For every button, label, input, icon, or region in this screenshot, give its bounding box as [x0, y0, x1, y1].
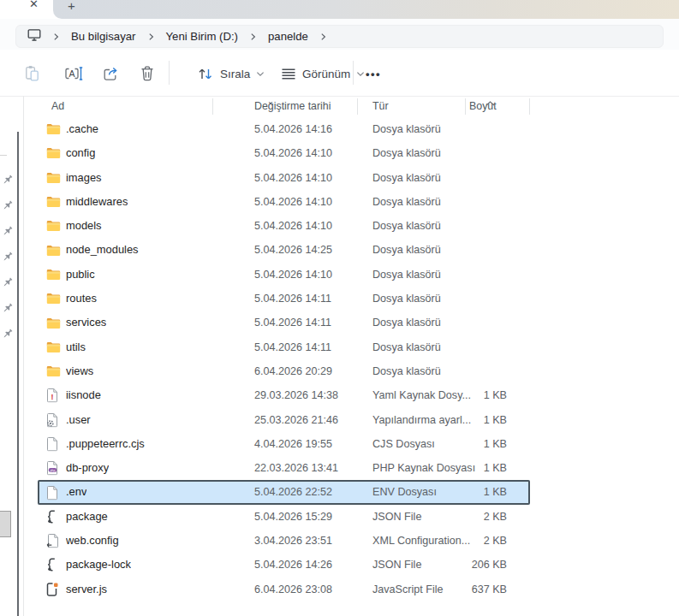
table-row[interactable]: routes 5.04.2026 14:11 Dosya klasörü	[38, 287, 530, 311]
file-name: server.js	[66, 578, 107, 601]
share-icon	[103, 66, 120, 82]
view-lines-icon	[281, 68, 296, 80]
file-type: Dosya klasörü	[372, 141, 441, 165]
php-doc-icon: php	[46, 461, 58, 476]
more-options-icon: •••	[366, 68, 381, 80]
sort-label: Sırala	[220, 68, 250, 80]
column-header-date[interactable]: Değiştirme tarihi	[254, 96, 331, 117]
file-name: web.config	[66, 529, 119, 553]
file-type: JSON File	[372, 505, 421, 529]
js-icon	[46, 582, 58, 596]
breadcrumb-this-pc[interactable]: Bu bilgisayar	[71, 30, 136, 43]
folder-icon	[46, 147, 61, 159]
file-name: .cache	[66, 117, 98, 141]
json-icon	[46, 558, 57, 572]
table-row[interactable]: node_modules 5.04.2026 14:25 Dosya klasö…	[38, 238, 530, 262]
paste-button[interactable]	[24, 62, 40, 86]
table-row[interactable]: .cache 5.04.2026 14:16 Dosya klasörü	[38, 117, 530, 141]
table-row[interactable]: services 5.04.2026 14:11 Dosya klasörü	[38, 311, 530, 335]
folder-icon	[46, 245, 61, 257]
table-row[interactable]: images 5.04.2026 14:10 Dosya klasörü	[38, 166, 530, 190]
address-bar[interactable]: Bu bilgisayar Yeni Birim (D:) panelde	[15, 25, 664, 48]
active-tab[interactable]: ✕	[0, 0, 53, 19]
sort-button[interactable]: Sırala	[197, 62, 265, 86]
breadcrumb-drive-d[interactable]: Yeni Birim (D:)	[166, 30, 239, 43]
xml-doc-icon	[46, 534, 59, 548]
table-row[interactable]: ! iisnode 29.03.2026 14:38 Yaml Kaynak D…	[38, 383, 530, 407]
table-row[interactable]: server.js 6.04.2026 23:08 JavaScript Fil…	[38, 578, 530, 601]
file-name: utils	[66, 335, 86, 359]
rename-button[interactable]: A	[65, 62, 83, 86]
toolbar-separator	[353, 61, 354, 85]
table-row[interactable]: php db-proxy 22.03.2026 13:41 PHP Kaynak…	[38, 456, 530, 480]
file-list: .cache 5.04.2026 14:16 Dosya klasörü con…	[38, 117, 530, 601]
table-row[interactable]: models 5.04.2026 14:10 Dosya klasörü	[38, 214, 530, 238]
chevron-down-icon	[356, 71, 365, 77]
folder-icon	[46, 293, 61, 305]
table-row[interactable]: public 5.04.2026 14:10 Dosya klasörü	[38, 263, 530, 287]
folder-icon	[46, 269, 61, 281]
sort-ascending-icon	[485, 94, 495, 110]
nav-pane-scrollbar-thumb[interactable]	[0, 511, 11, 537]
table-row[interactable]: .user 25.03.2026 21:46 Yapılandırma ayar…	[38, 408, 530, 432]
doc-icon	[46, 485, 58, 500]
breadcrumb-panelde[interactable]: panelde	[268, 30, 308, 43]
file-name: db-proxy	[66, 456, 109, 480]
file-type: Dosya klasörü	[372, 190, 441, 214]
file-type: Dosya klasörü	[372, 263, 441, 287]
table-row[interactable]: utils 5.04.2026 14:11 Dosya klasörü	[38, 335, 530, 359]
file-size: 2 KB	[421, 505, 507, 529]
file-date-modified: 5.04.2026 14:10	[254, 166, 332, 190]
folder-icon	[46, 341, 61, 353]
column-separator[interactable]	[212, 98, 213, 115]
chevron-right-icon[interactable]	[249, 33, 257, 41]
folder-icon	[46, 220, 61, 232]
table-row[interactable]: package 5.04.2026 15:29 JSON File 2 KB	[38, 505, 530, 529]
file-date-modified: 5.04.2026 14:26	[254, 553, 332, 577]
table-row-selected[interactable]: .env 5.04.2026 22:52 ENV Dosyası 1 KB	[38, 480, 530, 504]
column-separator[interactable]	[529, 98, 530, 115]
file-date-modified: 5.04.2026 22:52	[254, 480, 332, 504]
column-separator[interactable]	[357, 98, 358, 115]
file-date-modified: 5.04.2026 14:10	[254, 263, 332, 287]
folder-icon	[46, 172, 61, 184]
share-button[interactable]	[103, 62, 120, 86]
chevron-down-icon	[256, 71, 265, 77]
command-toolbar: A Sırala Görünüm •••	[0, 50, 679, 97]
more-options-button[interactable]: •••	[366, 62, 381, 86]
chevron-right-icon[interactable]	[147, 33, 155, 41]
table-row[interactable]: views 6.04.2026 20:29 Dosya klasörü	[38, 359, 530, 383]
svg-text:A: A	[68, 68, 74, 79]
pin-icon	[2, 328, 14, 340]
pin-icon	[2, 174, 14, 186]
file-name: views	[66, 359, 93, 383]
table-row[interactable]: middlewares 5.04.2026 14:10 Dosya klasör…	[38, 190, 530, 214]
chevron-right-icon[interactable]	[319, 33, 327, 41]
new-tab-icon[interactable]: +	[68, 0, 75, 13]
file-date-modified: 4.04.2026 19:55	[254, 432, 332, 456]
file-name: node_modules	[66, 238, 139, 262]
delete-button[interactable]	[140, 62, 155, 86]
folder-icon	[46, 196, 61, 208]
file-name: .user	[66, 408, 91, 432]
table-row[interactable]: web.config 3.04.2026 23:51 XML Configura…	[38, 529, 530, 553]
table-row[interactable]: package-lock 5.04.2026 14:26 JSON File 2…	[38, 553, 530, 577]
column-header-type[interactable]: Tür	[372, 96, 389, 117]
close-tab-icon[interactable]: ✕	[29, 0, 39, 10]
pin-icon	[2, 302, 14, 314]
column-header-name[interactable]: Ad	[51, 96, 64, 117]
table-row[interactable]: config 5.04.2026 14:10 Dosya klasörü	[38, 141, 530, 165]
table-row[interactable]: .puppeteerrc.cjs 4.04.2026 19:55 CJS Dos…	[38, 432, 530, 456]
address-row: Bu bilgisayar Yeni Birim (D:) panelde	[0, 19, 679, 50]
pin-icon	[2, 276, 14, 288]
file-date-modified: 6.04.2026 20:29	[254, 359, 332, 383]
file-name: routes	[66, 287, 97, 311]
nav-pane-scrollbar[interactable]	[17, 132, 19, 616]
file-explorer-window: ✕ + Bu bilgisayar Yeni Birim (D:) paneld…	[0, 0, 679, 616]
file-type: Dosya klasörü	[372, 335, 441, 359]
toolbar-separator	[169, 61, 170, 85]
column-separator[interactable]	[465, 98, 466, 115]
file-date-modified: 25.03.2026 21:46	[254, 408, 338, 432]
doc-icon	[46, 437, 58, 452]
view-label: Görünüm	[302, 68, 350, 80]
